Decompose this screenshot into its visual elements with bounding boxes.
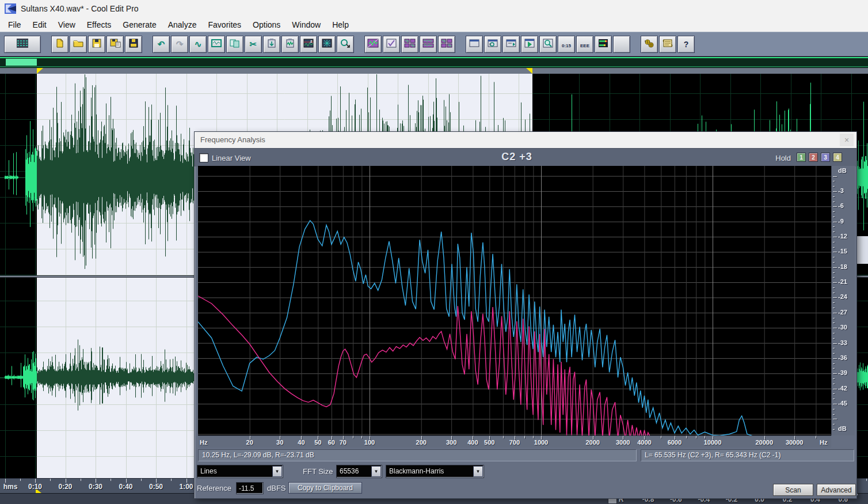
timeline-tick — [126, 479, 127, 483]
menu-help[interactable]: Help — [326, 19, 355, 31]
level-meters-button[interactable] — [595, 36, 612, 53]
window-function-select[interactable]: Blackmann-Harris ▼ — [386, 465, 484, 478]
timeline-tick — [66, 479, 66, 483]
reference-label: Reference — [197, 484, 231, 492]
keyboard-shortcuts-button[interactable]: EEE — [576, 36, 593, 53]
dialog-title-bar[interactable]: Frequency Analysis × — [195, 132, 856, 148]
wave-blocks-button[interactable] — [401, 36, 418, 53]
overview-viewport[interactable] — [6, 59, 37, 66]
spectral-view-button[interactable] — [364, 36, 382, 53]
save-button[interactable] — [88, 36, 105, 53]
trim-button[interactable] — [208, 36, 225, 53]
menu-options[interactable]: Options — [247, 19, 286, 31]
scan-button[interactable]: Scan — [773, 484, 813, 496]
paste-button[interactable] — [263, 36, 280, 53]
paste-new-button[interactable]: z — [300, 36, 317, 53]
cut-button[interactable]: ✂ — [245, 36, 262, 53]
overview-bar[interactable] — [0, 57, 868, 67]
menu-favorites[interactable]: Favorites — [203, 19, 248, 31]
menu-window[interactable]: Window — [286, 19, 326, 31]
selection-end-handle[interactable] — [526, 68, 532, 74]
hold-button-3[interactable]: 3 — [821, 153, 830, 162]
freq-axis-label: 50 — [314, 439, 321, 446]
redo-icon: ↷ — [176, 39, 184, 50]
scripts-button[interactable] — [659, 36, 676, 53]
freq-tick — [524, 436, 525, 438]
zoom-selection-icon — [340, 39, 351, 50]
spectrum-plot[interactable] — [198, 166, 831, 435]
undo-button[interactable]: ↶ — [153, 36, 170, 53]
db-tick — [833, 262, 835, 263]
save-as-icon — [109, 39, 121, 50]
cue-window-button[interactable] — [502, 36, 520, 53]
freq-tick — [686, 436, 687, 438]
freq-axis-unit: Hz — [200, 439, 207, 446]
timeline-label: 1:00 — [179, 483, 193, 491]
paste-mix-button[interactable] — [281, 36, 299, 53]
new-file-button[interactable] — [51, 36, 68, 53]
spectral-view-icon — [367, 39, 379, 50]
scripts-icon — [662, 39, 673, 50]
save-selection-button[interactable] — [125, 36, 142, 53]
timeline-tick — [186, 479, 187, 483]
smooth-button[interactable]: ∿ — [189, 36, 207, 53]
hold-button-2[interactable]: 2 — [809, 153, 818, 162]
menu-analyze[interactable]: Analyze — [162, 19, 203, 31]
hold-button-4[interactable]: 4 — [833, 153, 842, 162]
window-button[interactable] — [466, 36, 483, 53]
toolbar-group-options: ⌁? — [640, 36, 695, 53]
note-readout: C2 +3 — [482, 151, 551, 163]
save-as-button[interactable] — [106, 36, 124, 53]
right-channel-trace — [198, 296, 652, 435]
db-tick — [833, 318, 835, 319]
selection-start-handle[interactable] — [37, 68, 43, 74]
menu-bar: FileEditViewEffectsGenerateAnalyzeFavori… — [0, 17, 868, 32]
menu-generate[interactable]: Generate — [117, 19, 162, 31]
chevron-down-icon[interactable]: ▼ — [371, 466, 381, 477]
reference-input[interactable] — [236, 482, 264, 494]
close-icon[interactable]: × — [840, 134, 854, 146]
file-info-button[interactable] — [484, 36, 501, 53]
settings-gears-button[interactable]: ⌁ — [641, 36, 658, 53]
db-axis-label: -36 — [838, 354, 847, 361]
effects-burst-button[interactable] — [318, 36, 336, 53]
mix-blocks-button[interactable] — [438, 36, 455, 53]
chevron-down-icon[interactable]: ▼ — [473, 466, 483, 477]
cue-list-button[interactable] — [383, 36, 400, 53]
group-blocks-button[interactable] — [420, 36, 437, 53]
db-tick — [833, 399, 835, 399]
advanced-button[interactable]: Advanced — [817, 484, 856, 496]
timeline-tick — [50, 479, 51, 481]
db-tick — [833, 293, 835, 293]
time-window-button[interactable]: 0:15 — [558, 36, 575, 53]
db-axis-label: -27 — [838, 309, 847, 316]
menu-edit[interactable]: Edit — [27, 19, 52, 31]
redo-button[interactable]: ↷ — [171, 36, 188, 53]
view-mode-select[interactable]: Lines ▼ — [197, 465, 283, 478]
open-file-button[interactable] — [70, 36, 87, 53]
play-button[interactable] — [521, 36, 538, 53]
status-bar-button[interactable] — [613, 36, 630, 53]
zoom-button[interactable] — [539, 36, 557, 53]
linear-view-label: Linear View — [212, 154, 251, 162]
help-button[interactable]: ? — [677, 36, 695, 53]
db-axis-label: -12 — [838, 233, 847, 240]
copy-button[interactable] — [226, 36, 243, 53]
db-tick — [833, 247, 835, 248]
fft-size-select[interactable]: 65536 ▼ — [336, 465, 382, 478]
copy-to-clipboard-button[interactable]: Copy to Clipboard — [288, 482, 362, 494]
linear-view-checkbox[interactable] — [199, 153, 208, 162]
zoom-selection-button[interactable] — [337, 36, 354, 53]
db-axis-label: -3 — [838, 187, 844, 194]
menu-effects[interactable]: Effects — [81, 19, 117, 31]
cursor-readout: 10.25 Hz, L=-29.09 dB, R=-23.71 dB — [198, 449, 637, 461]
menu-view[interactable]: View — [52, 19, 81, 31]
hold-button-1[interactable]: 1 — [797, 153, 806, 162]
svg-text:z: z — [310, 39, 313, 43]
chevron-down-icon[interactable]: ▼ — [272, 466, 282, 477]
db-axis-unit: dB — [838, 425, 847, 432]
menu-file[interactable]: File — [2, 19, 27, 31]
db-tick — [833, 338, 835, 339]
multitrack-session-button[interactable] — [4, 36, 41, 53]
freq-axis-label: 400 — [467, 439, 478, 446]
